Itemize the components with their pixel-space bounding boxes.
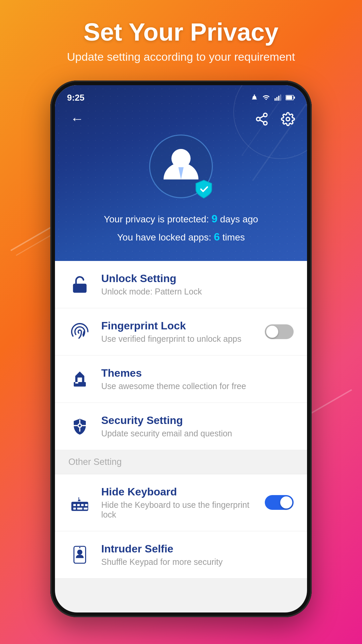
share-icon[interactable] xyxy=(255,112,269,126)
svg-rect-17 xyxy=(77,377,82,382)
unlock-subtitle: Unlock mode: Pattern Lock xyxy=(101,287,294,297)
settings-item-fingerprint[interactable]: Fingerprint Lock Use verified fingerprin… xyxy=(55,308,307,356)
intruder-item-text: Intruder Selfie Shuffle Keypad for more … xyxy=(101,543,294,567)
themes-title: Themes xyxy=(101,367,294,379)
nav-row: ← xyxy=(55,107,307,131)
privacy-line2-prefix: You have locked apps: xyxy=(117,232,214,243)
fingerprint-title: Fingerprint Lock xyxy=(101,320,265,332)
settings-item-security[interactable]: Security Setting Update security email a… xyxy=(55,403,307,450)
svg-line-11 xyxy=(260,120,264,122)
privacy-locked-value: 6 xyxy=(214,231,220,243)
battery-icon xyxy=(286,95,295,101)
status-bar: 9:25 xyxy=(55,85,307,107)
keyboard-title: Hide Keyboard xyxy=(101,486,265,498)
settings-item-unlock[interactable]: Unlock Setting Unlock mode: Pattern Lock xyxy=(55,261,307,308)
back-button[interactable]: ← xyxy=(67,110,87,128)
svg-rect-15 xyxy=(73,284,87,293)
svg-point-35 xyxy=(79,547,80,548)
other-setting-label: Other Setting xyxy=(55,450,307,474)
themes-icon xyxy=(71,370,89,388)
fingerprint-subtitle: Use verified fingerprint to unlock apps xyxy=(101,334,265,344)
intruder-subtitle: Shuffle Keypad for more security xyxy=(101,557,294,567)
svg-point-9 xyxy=(256,117,260,121)
settings-list: Unlock Setting Unlock mode: Pattern Lock xyxy=(55,261,307,579)
notification-icon xyxy=(251,94,258,101)
svg-rect-3 xyxy=(278,96,280,101)
svg-line-12 xyxy=(260,116,264,118)
themes-icon-wrap xyxy=(68,368,91,390)
app-header: 9:25 xyxy=(55,85,307,261)
svg-rect-26 xyxy=(73,504,76,506)
settings-item-themes[interactable]: Themes Use awesome theme collection for … xyxy=(55,356,307,403)
phone-screen: 9:25 xyxy=(55,85,307,612)
svg-rect-27 xyxy=(77,504,80,506)
security-subtitle: Update security email and question xyxy=(101,429,294,438)
settings-icon[interactable] xyxy=(281,112,295,126)
intruder-title: Intruder Selfie xyxy=(101,543,294,555)
svg-point-13 xyxy=(286,117,290,121)
avatar-section: Your privacy is protected: 9 days ago Yo… xyxy=(55,135,307,246)
keyboard-subtitle: Hide the Keyboard to use the fingerprint… xyxy=(101,500,265,520)
svg-rect-30 xyxy=(73,508,76,510)
page-subtitle: Update setting according to your require… xyxy=(20,50,342,63)
fingerprint-item-text: Fingerprint Lock Use verified fingerprin… xyxy=(101,320,265,344)
themes-subtitle: Use awesome theme collection for free xyxy=(101,381,294,391)
svg-rect-31 xyxy=(77,508,82,510)
intruder-icon xyxy=(70,545,89,565)
unlock-icon-wrap xyxy=(68,273,91,296)
svg-point-34 xyxy=(77,549,82,554)
fingerprint-icon-wrap xyxy=(68,320,91,343)
svg-point-10 xyxy=(263,121,267,125)
settings-item-hide-keyboard[interactable]: Hide Keyboard Hide the Keyboard to use t… xyxy=(55,474,307,531)
page-title: Set Your Privacy xyxy=(20,18,342,46)
intruder-icon-wrap xyxy=(68,543,91,566)
fingerprint-toggle[interactable] xyxy=(265,324,294,339)
keyboard-icon xyxy=(70,493,89,512)
keyboard-item-text: Hide Keyboard Hide the Keyboard to use t… xyxy=(101,486,265,520)
privacy-line1-suffix: days ago xyxy=(218,214,258,224)
themes-item-text: Themes Use awesome theme collection for … xyxy=(101,367,294,391)
svg-rect-6 xyxy=(286,96,292,100)
privacy-days-value: 9 xyxy=(212,213,218,225)
privacy-line2-suffix: times xyxy=(220,232,245,243)
wifi-icon xyxy=(262,94,270,101)
svg-point-20 xyxy=(79,424,81,427)
security-title: Security Setting xyxy=(101,414,294,427)
security-item-text: Security Setting Update security email a… xyxy=(101,414,294,438)
svg-rect-4 xyxy=(280,95,281,101)
svg-rect-7 xyxy=(294,97,295,99)
unlock-icon xyxy=(71,275,89,293)
unlock-title: Unlock Setting xyxy=(101,272,294,285)
svg-point-8 xyxy=(263,113,267,117)
unlock-item-text: Unlock Setting Unlock mode: Pattern Lock xyxy=(101,272,294,297)
privacy-status: Your privacy is protected: 9 days ago Yo… xyxy=(97,210,265,246)
svg-rect-28 xyxy=(81,504,84,506)
signal-icon xyxy=(274,94,282,101)
privacy-line1-prefix: Your privacy is protected: xyxy=(104,214,212,224)
svg-point-0 xyxy=(254,95,255,96)
phone-frame: 9:25 xyxy=(50,80,312,617)
svg-rect-1 xyxy=(275,98,276,101)
shield-badge xyxy=(193,178,215,200)
keyboard-icon-wrap xyxy=(68,491,91,514)
status-time: 9:25 xyxy=(67,93,84,103)
avatar-ring xyxy=(149,135,213,198)
settings-item-intruder[interactable]: Intruder Selfie Shuffle Keypad for more … xyxy=(55,531,307,579)
svg-rect-2 xyxy=(276,97,278,101)
svg-rect-32 xyxy=(84,508,88,510)
keyboard-toggle[interactable] xyxy=(265,495,294,510)
security-icon-wrap xyxy=(68,415,91,438)
security-icon xyxy=(71,417,89,435)
svg-rect-18 xyxy=(75,382,78,384)
fingerprint-icon xyxy=(70,322,89,341)
svg-rect-29 xyxy=(85,504,87,506)
